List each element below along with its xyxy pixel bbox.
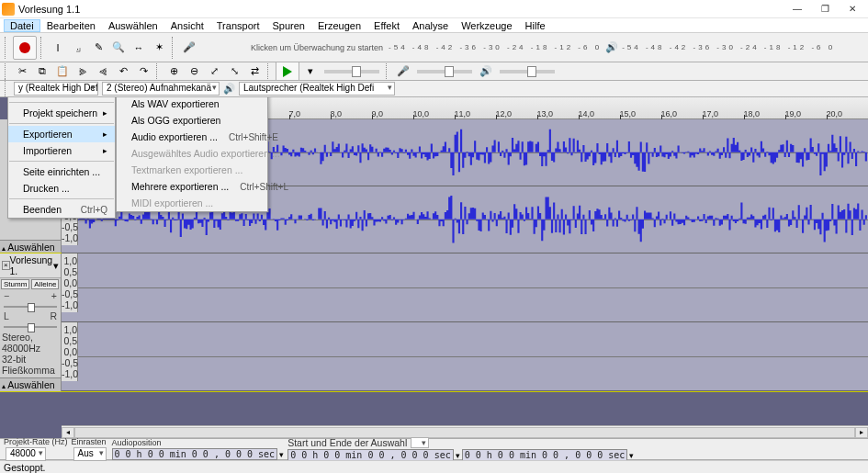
menu-item[interactable]: Drucken ... [8, 180, 115, 197]
device-toolbar: y (Realtek High Def 2 (Stereo) Aufnahmek… [0, 81, 868, 97]
meter-scale: -54 -48 -42 -36 -30 -24 -18 -12 -6 0 [389, 43, 602, 51]
zoom-in-icon[interactable]: ⊕ [164, 62, 183, 81]
amplitude-scale: 1,00,50,0-0,5-1,0 [62, 253, 78, 312]
play-speed-dropdown-icon[interactable]: ▾ [301, 62, 320, 81]
draw-tool-icon[interactable]: ✎ [89, 39, 107, 57]
mute-button[interactable]: Stumm [1, 279, 29, 289]
horizontal-scrollbar[interactable]: ◂ ▸ [62, 425, 868, 438]
minimize-button[interactable]: — [783, 1, 811, 17]
track-menu-icon[interactable]: ▾ [53, 260, 59, 271]
trim-icon[interactable]: ⫸ [73, 62, 92, 81]
copy-icon[interactable]: ⧉ [33, 62, 51, 81]
close-button[interactable]: ✕ [839, 1, 866, 17]
waveform-channel-left[interactable]: 1,00,50,0-0,5-1,0 [62, 253, 868, 322]
undo-icon[interactable]: ↶ [114, 62, 132, 81]
zoom-toggle-icon[interactable]: ⇄ [245, 62, 264, 81]
zoom-out-icon[interactable]: ⊖ [185, 62, 203, 81]
menu-item[interactable]: MIDI exportieren ... [117, 195, 267, 211]
menu-transport[interactable]: Transport [210, 19, 266, 32]
fit-project-icon[interactable]: ⤡ [225, 62, 243, 81]
audio-position-label: Audioposition [112, 438, 285, 447]
snap-combo[interactable]: Aus [73, 447, 107, 461]
recording-volume-slider[interactable] [417, 70, 472, 73]
workspace: 2,03,04,05,06,07,08,09,010,011,012,013,0… [0, 97, 868, 438]
cut-icon[interactable]: ✂ [13, 62, 31, 81]
play-meter-scale: -54 -48 -42 -36 -30 -24 -18 -12 -6 0 [622, 43, 835, 51]
audio-host-combo[interactable]: y (Realtek High Def [14, 82, 98, 96]
playback-speed-slider[interactable] [324, 70, 379, 73]
grip-icon [5, 78, 9, 100]
close-track-button[interactable]: × [2, 261, 10, 270]
project-rate-combo[interactable]: 48000 [6, 447, 46, 461]
selection-toolbar: Projekt-Rate (Hz) 48000 Einrasten Aus Au… [0, 438, 868, 460]
menu-item[interactable]: Ausgewähltes Audio exportieren ... [117, 145, 267, 162]
timeshift-tool-icon[interactable]: ↔ [130, 39, 148, 57]
pan-slider[interactable] [4, 323, 57, 329]
menu-auswaehlen[interactable]: Auswählen [102, 19, 164, 32]
mic-icon: 🎤 [180, 39, 198, 57]
paste-icon[interactable]: 📋 [53, 62, 72, 81]
menu-ansicht[interactable]: Ansicht [164, 19, 210, 32]
envelope-tool-icon[interactable]: ⟓ [69, 39, 87, 57]
silence-icon[interactable]: ⫷ [94, 62, 112, 81]
menu-item[interactable]: Mehrere exportieren ...Ctrl+Shift+L [117, 178, 267, 195]
selection-tool-icon[interactable]: I [49, 39, 67, 57]
selection-range-label: Start und Ende der Auswahl [287, 437, 407, 448]
track-name: Vorlesung 1. [10, 254, 54, 276]
file-menu-dropdown[interactable]: NeuCtrl+NÖffnen ...Ctrl+OZuletzt geöffne… [7, 97, 116, 219]
record-button[interactable] [13, 36, 37, 60]
menu-item[interactable]: Als WAV exportieren [117, 97, 267, 112]
app-icon [2, 3, 15, 16]
menu-erzeugen[interactable]: Erzeugen [311, 19, 367, 32]
menu-item[interactable]: Seite einrichten ... [8, 163, 115, 180]
menu-item[interactable]: Exportieren [8, 126, 115, 142]
gain-slider[interactable] [4, 303, 57, 309]
maximize-button[interactable]: ❐ [811, 1, 839, 17]
track-header[interactable]: × Vorlesung 1. ▾ StummAlleine −+ LR Ster… [0, 253, 62, 391]
playback-device-combo[interactable]: Lautsprecher (Realtek High Defi [239, 82, 395, 96]
select-track-button[interactable]: ▴ Auswählen [0, 377, 61, 391]
redo-icon[interactable]: ↷ [134, 62, 152, 81]
play-button[interactable] [276, 62, 299, 81]
menu-spuren[interactable]: Spuren [265, 19, 310, 32]
audio-position-field[interactable]: 0 0 h 0 0 min 0 0 , 0 0 0 sec [112, 448, 278, 460]
scroll-left-icon[interactable]: ◂ [62, 427, 74, 438]
menu-item[interactable]: Textmarken exportieren ... [117, 162, 267, 178]
scroll-right-icon[interactable]: ▸ [855, 427, 868, 438]
menu-analyse[interactable]: Analyse [406, 19, 455, 32]
titlebar: Vorlesung 1.1 — ❐ ✕ [0, 0, 868, 18]
track-format: Stereo, 48000Hz32-bit Fließkomma [0, 330, 61, 377]
grip-icon [172, 37, 176, 59]
selection-mode-combo[interactable] [411, 437, 429, 448]
mic-icon: 🎤 [394, 62, 412, 81]
toolbar: I ⟓ ✎ 🔍 ↔ ✶ 🎤 Klicken um Überwachung zu … [0, 33, 868, 62]
grip-icon [5, 37, 9, 59]
speaker-icon: 🔊 [603, 39, 621, 57]
playback-volume-slider[interactable] [500, 70, 555, 73]
menu-datei[interactable]: Datei [4, 19, 40, 32]
solo-button[interactable]: Alleine [31, 279, 59, 289]
menu-item[interactable]: Projekt speichern [8, 105, 115, 121]
waveform-channel-right[interactable]: 1,00,50,0-0,5-1,0 [62, 322, 868, 391]
snap-label: Einrasten [72, 437, 108, 446]
recording-device-combo[interactable]: 2 (Stereo) Aufnahmekanä [102, 82, 220, 96]
menu-hilfe[interactable]: Hilfe [519, 19, 552, 32]
menu-item[interactable]: Als OGG exportieren [117, 112, 267, 129]
zoom-tool-icon[interactable]: 🔍 [109, 39, 128, 57]
menu-item[interactable]: Audio exportieren ...Ctrl+Shift+E [117, 129, 267, 145]
grip-icon [386, 62, 390, 81]
audio-track-2: × Vorlesung 1. ▾ StummAlleine −+ LR Ster… [0, 253, 868, 391]
toolbar-row2: ✂ ⧉ 📋 ⫸ ⫷ ↶ ↷ ⊕ ⊖ ⤢ ⤡ ⇄ ▾ 🎤 🔊 [0, 62, 868, 81]
menu-item[interactable]: SchließenCtrl+W [8, 97, 115, 100]
menu-item[interactable]: Importieren [8, 142, 115, 159]
fit-selection-icon[interactable]: ⤢ [205, 62, 223, 81]
menu-item[interactable]: BeendenCtrl+Q [8, 201, 115, 218]
menu-effekt[interactable]: Effekt [367, 19, 406, 32]
menu-bearbeiten[interactable]: Bearbeiten [40, 19, 102, 32]
window-title: Vorlesung 1.1 [18, 4, 783, 15]
export-submenu-dropdown[interactable]: Als MP3 exportierenAls WAV exportierenAl… [116, 97, 268, 212]
menu-werkzeuge[interactable]: Werkzeuge [455, 19, 518, 32]
meter-hint[interactable]: Klicken um Überwachung zu starten [251, 43, 383, 52]
multi-tool-icon[interactable]: ✶ [150, 39, 168, 57]
select-track-button[interactable]: ▴ Auswählen [0, 240, 61, 253]
